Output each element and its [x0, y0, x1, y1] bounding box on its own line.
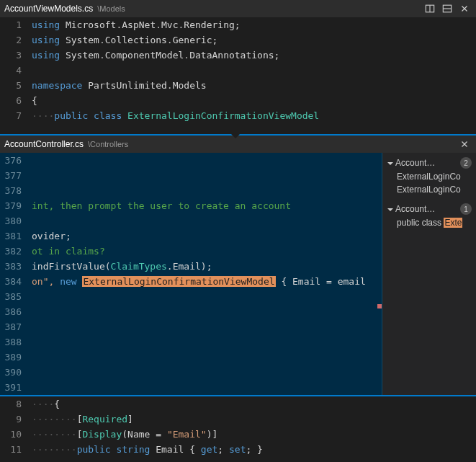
code-line: 1using Microsoft.AspNet.Mvc.Rendering; [0, 17, 476, 32]
top-titlebar: AccountViewModels.cs \Models [0, 0, 476, 17]
reference-item[interactable]: public class Exte [382, 216, 476, 229]
chevron-down-icon [387, 159, 394, 166]
code-line: 6{ [0, 93, 476, 108]
bottom-editor-pane: 8····{ 9········[Required] 10········[Di… [0, 395, 476, 462]
code-line: 7····public class ExternalLoginConfirmat… [0, 108, 476, 123]
peek-file-path: \Controllers [88, 140, 128, 148]
top-code-area[interactable]: 1using Microsoft.AspNet.Mvc.Rendering; 2… [0, 17, 476, 134]
reference-item[interactable]: ExternalLoginCo [382, 183, 476, 196]
top-editor-pane: AccountViewModels.cs \Models 1using Micr… [0, 0, 476, 134]
peek-pointer-icon [230, 133, 241, 138]
peek-code-area[interactable]: 376 377 378 379int, then prompt the user… [0, 153, 382, 395]
count-badge: 2 [460, 157, 472, 169]
top-file-name: AccountViewModels.cs [4, 4, 93, 14]
reference-file-group[interactable]: Account… 1 [382, 202, 476, 216]
close-icon[interactable] [457, 137, 472, 151]
code-line: 2using System.Collections.Generic; [0, 32, 476, 48]
peek-pane: AccountController.cs \Controllers 376 37… [0, 134, 476, 395]
code-line: 4 [0, 63, 476, 78]
reference-file-group[interactable]: Account… 2 [382, 156, 476, 170]
code-line: 5namespace PartsUnlimited.Models [0, 78, 476, 93]
count-badge: 1 [460, 203, 472, 215]
bottom-code-area[interactable]: 8····{ 9········[Required] 10········[Di… [0, 396, 476, 462]
code-line: 3using System.ComponentModel.DataAnnotat… [0, 48, 476, 63]
reference-item[interactable]: ExternalLoginCo [382, 170, 476, 183]
close-icon[interactable] [457, 1, 472, 16]
top-file-path: \Models [97, 4, 125, 13]
references-panel: Account… 2 ExternalLoginCo ExternalLogin… [382, 153, 476, 395]
split-vertical-icon[interactable] [423, 1, 437, 16]
error-marker-icon[interactable] [377, 304, 382, 308]
peek-file-name: AccountController.cs [4, 139, 84, 149]
split-horizontal-icon[interactable] [440, 1, 454, 16]
chevron-down-icon [387, 205, 394, 213]
